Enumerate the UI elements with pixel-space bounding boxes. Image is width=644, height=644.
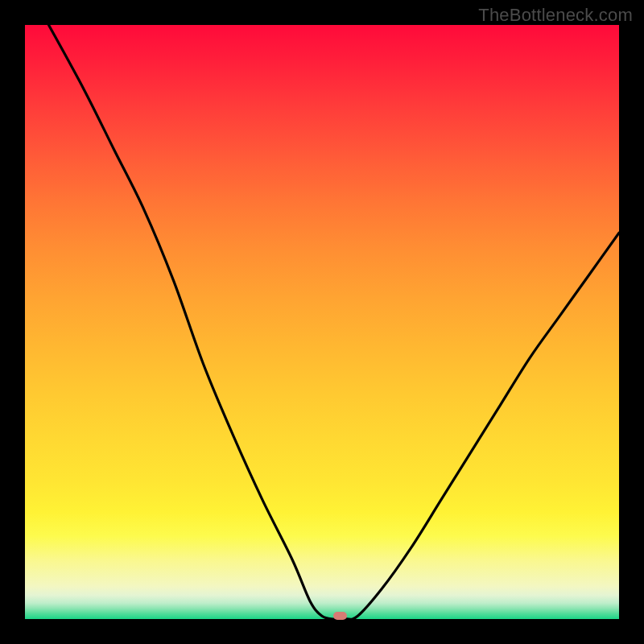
watermark-text: TheBottleneck.com [478,5,633,26]
bottleneck-curve [25,25,619,619]
chart-frame: TheBottleneck.com [0,0,644,644]
plot-area [25,25,619,619]
curve-path [49,25,620,619]
min-marker [333,612,347,620]
